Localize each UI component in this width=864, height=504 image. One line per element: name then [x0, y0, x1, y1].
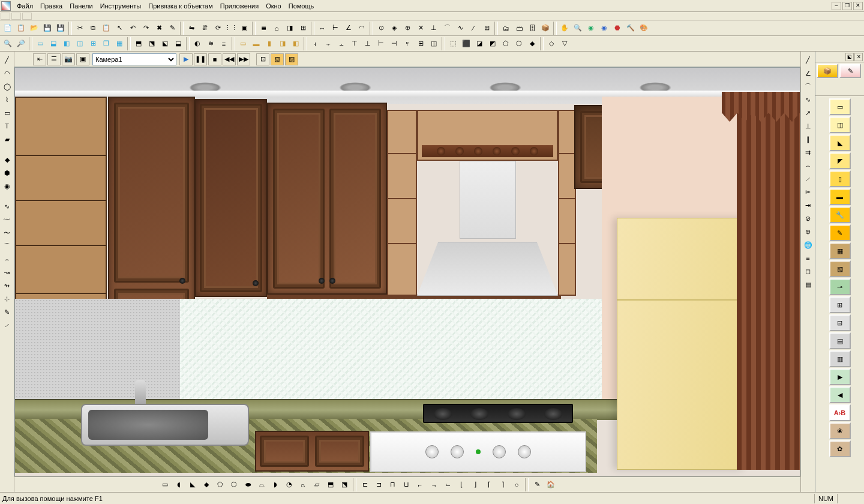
- line-tool[interactable]: ╱: [1, 54, 13, 66]
- box-wireframe-icon[interactable]: ⊡: [256, 53, 269, 65]
- paste-button[interactable]: 📋: [100, 22, 113, 35]
- box1-button[interactable]: ▭: [236, 37, 250, 50]
- menu-help[interactable]: Помощь: [285, 1, 318, 11]
- palette-list[interactable]: ▭ ◫ ◣ ◤ ▯ ▬ 🔧 ✎ ▦ ▧ ⊸ ⊞ ⊟ ▤ ▥ ▶ ◀ A›B ❀ …: [815, 96, 864, 492]
- prev-frame-button[interactable]: ◀◀: [223, 53, 236, 65]
- list-icon[interactable]: ☰: [47, 53, 61, 65]
- elevation-button[interactable]: ⌂: [270, 22, 283, 35]
- front-1-icon[interactable]: ⊏: [358, 478, 371, 491]
- menu-file[interactable]: Файл: [13, 1, 37, 11]
- catalog3-button[interactable]: 🗄: [526, 22, 539, 35]
- palette-base1-icon[interactable]: ▭: [829, 98, 851, 115]
- render-button[interactable]: 🎨: [637, 22, 650, 35]
- box3-button[interactable]: ▮: [263, 37, 276, 50]
- shape2-button[interactable]: ⬔: [145, 37, 158, 50]
- r-ray-icon[interactable]: ↗: [802, 107, 814, 119]
- zoom-in-button[interactable]: 🔍: [1, 37, 14, 50]
- circle-tool[interactable]: ◯: [1, 80, 13, 92]
- polyline-tool[interactable]: ⌇: [1, 94, 13, 106]
- palette-appliance1-icon[interactable]: ▤: [829, 332, 851, 349]
- anchor-icon[interactable]: ⇤: [33, 53, 46, 65]
- r-layer-icon[interactable]: ▤: [802, 278, 814, 290]
- shape-diamond-icon[interactable]: ◆: [200, 478, 213, 491]
- dim-chain-button[interactable]: ⊢: [329, 22, 342, 35]
- palette-convert-icon[interactable]: A›B: [829, 404, 851, 421]
- misc1-button[interactable]: ◇: [545, 37, 558, 50]
- shape-cutout-icon[interactable]: ⬔: [338, 478, 351, 491]
- view-2v-button[interactable]: ◧: [60, 37, 73, 50]
- draw-tool[interactable]: ✎: [1, 306, 13, 318]
- r-cube-icon[interactable]: ◻: [802, 265, 814, 277]
- palette-tall-icon[interactable]: ▯: [829, 170, 851, 187]
- front-11-icon[interactable]: ⌉: [496, 478, 509, 491]
- align7-button[interactable]: ⊣: [388, 37, 401, 50]
- snap-tangent-icon[interactable]: ⌒: [440, 22, 454, 35]
- box-shaded-icon[interactable]: ▧: [271, 53, 284, 65]
- shape3-button[interactable]: ⬕: [158, 37, 172, 50]
- curve2-tool[interactable]: 〰: [1, 214, 13, 226]
- minimize-button[interactable]: –: [832, 2, 841, 10]
- align6-button[interactable]: ⊢: [374, 37, 388, 50]
- shape-trap-icon[interactable]: ⏢: [296, 478, 310, 491]
- r-fillet-icon[interactable]: ⌢: [802, 160, 814, 172]
- catalog-edit-icon[interactable]: ✎: [839, 64, 861, 78]
- palette-corner2-icon[interactable]: ◤: [829, 152, 851, 169]
- pan-button[interactable]: ✋: [558, 22, 571, 35]
- stop-button[interactable]: ⬣: [611, 22, 624, 35]
- front-12-icon[interactable]: ○: [510, 478, 523, 491]
- shape-triangle-icon[interactable]: ◣: [186, 478, 199, 491]
- menu-snap[interactable]: Привязка к объектам: [145, 1, 217, 11]
- palette-base2-icon[interactable]: ◫: [829, 116, 851, 133]
- arc-tool[interactable]: ◠: [1, 67, 13, 79]
- align2-button[interactable]: ⫟: [322, 37, 335, 50]
- box5-button[interactable]: ◧: [289, 37, 302, 50]
- delete-button[interactable]: ✖: [152, 22, 166, 35]
- curve1-tool[interactable]: ∿: [1, 200, 13, 212]
- group-button[interactable]: ▣: [238, 22, 251, 35]
- plan-button[interactable]: ⊞: [296, 22, 310, 35]
- front-9-icon[interactable]: ⌋: [469, 478, 482, 491]
- play-button[interactable]: ▶: [179, 53, 193, 65]
- palette-decor2-icon[interactable]: ✿: [829, 440, 851, 457]
- palette-grid1-icon[interactable]: ⊞: [829, 296, 851, 313]
- profile2-button[interactable]: ≋: [204, 37, 217, 50]
- shape-penta-icon[interactable]: ⬠: [214, 478, 227, 491]
- view-3-button[interactable]: ◫: [73, 37, 86, 50]
- dim-angle-button[interactable]: ∠: [342, 22, 355, 35]
- text-tool[interactable]: T: [1, 120, 13, 132]
- snap-center-icon[interactable]: ⊕: [401, 22, 414, 35]
- curve3-tool[interactable]: 〜: [1, 227, 13, 239]
- restore-button[interactable]: ❐: [842, 2, 852, 10]
- node-tool[interactable]: ⊹: [1, 293, 13, 305]
- profile3-button[interactable]: ≡: [217, 37, 230, 50]
- extrude-tool[interactable]: ⬢: [1, 167, 13, 179]
- palette-handle-icon[interactable]: ⊸: [829, 278, 851, 295]
- menu-panels[interactable]: Панели: [66, 1, 96, 11]
- catalog-cabinets-icon[interactable]: 📦: [817, 64, 838, 78]
- menu-tools[interactable]: Инструменты: [97, 1, 145, 11]
- new-file-button[interactable]: 📄: [1, 22, 14, 35]
- r-globe-icon[interactable]: 🌐: [802, 239, 814, 251]
- front-4-icon[interactable]: ⊔: [400, 478, 413, 491]
- mirror-v-button[interactable]: ⇵: [198, 22, 211, 35]
- palette-appliance2-icon[interactable]: ▥: [829, 350, 851, 367]
- save-as-button[interactable]: 💾: [54, 22, 67, 35]
- snap-perp-icon[interactable]: ⊥: [427, 22, 440, 35]
- align10-button[interactable]: ◫: [427, 37, 440, 50]
- path2-tool[interactable]: ↬: [1, 280, 13, 292]
- part2-button[interactable]: ⬛: [460, 37, 473, 50]
- r-break-icon[interactable]: ⊘: [802, 212, 814, 224]
- part7-button[interactable]: ◆: [526, 37, 539, 50]
- part3-button[interactable]: ◪: [473, 37, 486, 50]
- palette-leaf1-icon[interactable]: ▶: [829, 368, 851, 385]
- home-preset-icon[interactable]: 🏠: [544, 478, 557, 491]
- snap-endpoint-icon[interactable]: ⊙: [374, 22, 388, 35]
- front-7-icon[interactable]: ⌙: [441, 478, 454, 491]
- shape1-button[interactable]: ⬒: [132, 37, 145, 50]
- r-spline-icon[interactable]: ∿: [802, 94, 814, 106]
- box4-button[interactable]: ◨: [276, 37, 289, 50]
- section-button[interactable]: ◨: [283, 22, 296, 35]
- shape-rect-icon[interactable]: ▭: [158, 478, 172, 491]
- pause-button[interactable]: ❚❚: [194, 53, 207, 65]
- revolve-tool[interactable]: ◉: [1, 180, 13, 192]
